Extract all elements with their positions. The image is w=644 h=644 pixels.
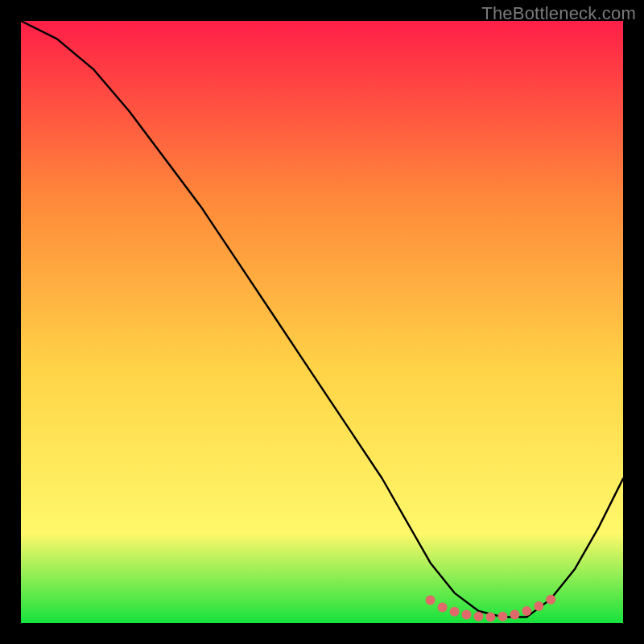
plot-area	[21, 21, 623, 623]
chart-svg	[21, 21, 623, 623]
chart-stage: TheBottleneck.com	[0, 0, 644, 644]
gradient-background	[21, 21, 623, 623]
optimal-marker	[462, 610, 472, 620]
optimal-marker	[534, 601, 543, 611]
optimal-marker	[450, 607, 460, 617]
optimal-marker	[546, 595, 555, 605]
optimal-marker	[474, 612, 484, 621]
optimal-marker	[485, 613, 495, 622]
optimal-marker	[522, 606, 531, 616]
optimal-marker	[497, 612, 507, 621]
optimal-marker	[510, 610, 519, 620]
optimal-marker	[426, 596, 436, 605]
optimal-marker	[438, 603, 448, 613]
